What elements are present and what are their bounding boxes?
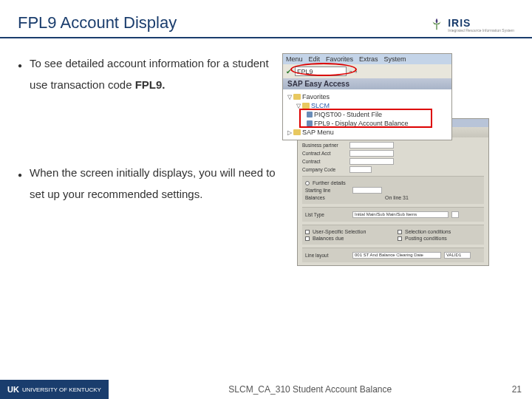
sap-menubar: Menu Edit Favorites Extras System: [283, 54, 451, 64]
folder-icon: [302, 103, 310, 109]
label-lt: List Type: [305, 212, 349, 217]
toolbar-icon: ▫: [349, 68, 352, 75]
label-ca: Contract Acct: [302, 151, 347, 156]
tree-label: Display Account Balance: [335, 120, 409, 127]
slide-title: FPL9 Account Display: [18, 13, 177, 33]
label-fd: Further details: [313, 180, 346, 185]
iris-flower-icon: [429, 16, 445, 33]
tree-favorites: Favorites: [302, 93, 330, 100]
tcode-icon: [307, 112, 313, 117]
checkbox-icon[interactable]: [305, 230, 310, 234]
label-ot: On line 31: [385, 195, 409, 200]
iris-logo-subtitle: Integrated Resource Information System: [448, 29, 514, 33]
account-display-screenshot: Account Balance Edit Goto Settings Envir…: [297, 118, 489, 266]
page-number: 21: [512, 384, 532, 395]
bullet-1-bold: FPL9.: [135, 78, 166, 91]
uk-mark: UK: [7, 385, 19, 394]
radio-icon[interactable]: [305, 181, 310, 185]
input-lt[interactable]: Initial Main/Sub Main/Sub Items: [352, 211, 449, 218]
bullet-2-text: When the screen initially displays, you …: [30, 163, 284, 205]
label-sc: Selection conditions: [405, 229, 451, 234]
label-ls: Line layout: [305, 253, 349, 258]
folder-icon: [293, 94, 301, 100]
input-lt2[interactable]: [451, 211, 459, 218]
slide-header: FPL9 Account Display IRIS Integrated Res…: [0, 0, 532, 38]
bullet-1: ● To see detailed account information fo…: [18, 53, 269, 95]
input-ls[interactable]: 001 ST And Balance Clearing Date: [352, 252, 441, 259]
label-ct: Contract: [302, 159, 347, 164]
input-sk[interactable]: [352, 187, 382, 194]
label-pc: Posting conditions: [405, 236, 447, 241]
footer-course-title: SLCM_CA_310 Student Account Balance: [109, 384, 512, 395]
sap-nav-tree: ▽ Favorites ▽ SLCM PIQST00 - Student Fil…: [283, 89, 451, 140]
menu-item: Extras: [359, 55, 378, 63]
sap-easy-access-screenshot: Menu Edit Favorites Extras System ✔ FPL9…: [282, 53, 452, 140]
label-ub: Balances due: [313, 236, 344, 241]
tcode-input[interactable]: FPL9: [295, 66, 347, 76]
label-sk: Starting line: [305, 188, 349, 193]
menu-item: Menu: [286, 55, 303, 63]
bullet-2: ● When the screen initially displays, yo…: [18, 163, 284, 205]
uk-logo: UK UNIVERSITY OF KENTUCKY: [0, 380, 109, 399]
input-ca[interactable]: [349, 150, 394, 157]
toolbar-icon: ▫: [355, 68, 357, 75]
checkbox-icon[interactable]: [398, 236, 402, 241]
iris-logo-text: IRIS: [448, 17, 514, 29]
menu-item: Edit: [309, 55, 321, 63]
bullet-dot-icon: ●: [18, 168, 22, 205]
sap-window-title: SAP Easy Access: [283, 78, 451, 89]
uk-text: UNIVERSITY OF KENTUCKY: [22, 386, 101, 393]
label-us: User-Specific Selection: [313, 229, 366, 234]
label-cc: Company Code: [302, 167, 347, 172]
tree-label: Student File: [347, 111, 382, 118]
tree-code: FPL9: [314, 120, 330, 127]
expand-icon: ▷: [287, 129, 292, 136]
expand-icon: ▽: [296, 103, 301, 109]
input-va[interactable]: VALID1: [444, 252, 471, 259]
tree-slcm: SLCM: [311, 102, 330, 109]
input-ct[interactable]: [349, 158, 394, 165]
bullet-dot-icon: ●: [18, 58, 22, 95]
slide-footer: UK UNIVERSITY OF KENTUCKY SLCM_CA_310 St…: [0, 380, 532, 399]
tree-code: PIQST00: [314, 111, 341, 118]
label-bal: Balances: [305, 195, 349, 200]
checkbox-icon[interactable]: [398, 230, 402, 234]
folder-icon: [293, 129, 301, 135]
tcode-icon: [307, 120, 313, 126]
menu-item: System: [384, 55, 406, 63]
sap-toolbar: ✔ FPL9 ▫ ▫: [283, 64, 451, 78]
tree-sap-menu: SAP Menu: [302, 129, 334, 136]
input-cc[interactable]: [349, 166, 372, 173]
expand-icon: ▽: [287, 94, 292, 100]
iris-logo: IRIS Integrated Resource Information Sys…: [429, 16, 514, 33]
menu-item: Favorites: [326, 55, 353, 63]
checkbox-icon[interactable]: [305, 236, 310, 241]
label-bp: Business partner: [302, 143, 347, 148]
input-bp[interactable]: [349, 142, 394, 149]
ok-icon: ✔: [286, 68, 292, 75]
